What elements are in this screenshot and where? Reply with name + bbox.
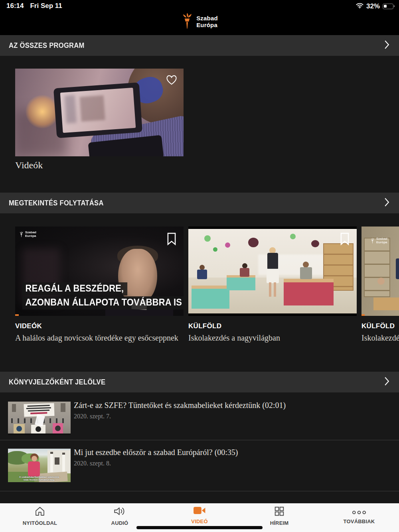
wifi-icon xyxy=(356,2,363,10)
program-card-title: Videók xyxy=(15,160,43,171)
battery-percent: 32% xyxy=(366,2,380,10)
playback-progress-bar xyxy=(361,314,365,316)
card-category: VIDEÓK xyxy=(15,322,42,330)
list-divider xyxy=(0,491,399,491)
card-title: Iskolakezdés a nagyvilágban xyxy=(188,333,357,343)
list-item-date: 2020. szept. 7. xyxy=(74,413,111,420)
brand-logo: Szabad Európa xyxy=(0,12,399,31)
list-item-title: Zárt-e az SZFE? Tüntetőket és szakmabeli… xyxy=(74,401,329,410)
list-thumbnail xyxy=(8,402,71,435)
home-indicator[interactable] xyxy=(136,526,263,529)
tab-label: TOVÁBBIAK xyxy=(344,518,375,524)
program-card-videos[interactable] xyxy=(15,69,184,156)
tab-label: AUDIÓ xyxy=(111,520,128,526)
card-category: KÜLFÖLD xyxy=(361,322,395,330)
torch-icon xyxy=(181,12,193,31)
continue-card-school-2[interactable]: SzabadEurópa KÜLFÖLD Iskolakezdés a nagy… xyxy=(361,227,399,346)
tab-tovabbiak[interactable]: TOVÁBBIAK xyxy=(319,503,399,532)
heart-icon[interactable] xyxy=(166,74,178,87)
home-icon xyxy=(34,506,45,518)
list-item-title: Mi jut eszedbe először a szabad Európáró… xyxy=(74,448,329,457)
video-thumbnail: SzabadEurópa REAGÁL A BESZÉDRE, AZONBAN … xyxy=(15,227,184,316)
clock: 16:14 xyxy=(6,2,24,10)
playback-progress-bar xyxy=(15,314,19,316)
brand-name-line2: Európa xyxy=(196,22,218,28)
thumbnail-watermark: SzabadEurópa xyxy=(370,237,387,244)
grid-icon xyxy=(274,506,284,518)
overlay-line1: REAGÁL A BESZÉDRE, xyxy=(22,282,127,296)
section-title: AZ ÖSSZES PROGRAM xyxy=(9,41,85,50)
tab-label: HÍREIM xyxy=(270,520,289,526)
brand-name-line1: Szabad xyxy=(196,15,218,22)
tab-label: NYITÓOLDAL xyxy=(23,520,57,526)
section-header-continue-watching[interactable]: MEGTEKINTÉS FOLYTATÁSA xyxy=(0,193,399,213)
list-item-date: 2020. szept. 8. xyxy=(74,460,111,467)
overlay-line2: AZONBAN ÁLLAPOTA TOVÁBBRA IS SÚLYOS xyxy=(22,296,184,309)
section-header-bookmarked[interactable]: KÖNYVJELZŐKÉNT JELÖLVE xyxy=(0,372,399,392)
card-title: A halálos adag novicsok töredéke egy eső… xyxy=(15,333,184,343)
list-thumbnail: A szabadság Európában számomra több fron… xyxy=(8,449,71,482)
list-divider xyxy=(0,440,399,440)
video-camera-icon xyxy=(193,506,206,516)
bookmark-icon[interactable] xyxy=(166,232,177,247)
thumbnail-caption-overlay: REAGÁL A BESZÉDRE, AZONBAN ÁLLAPOTA TOVÁ… xyxy=(22,282,184,309)
section-title: MEGTEKINTÉS FOLYTATÁSA xyxy=(9,199,104,207)
card-category: KÜLFÖLD xyxy=(188,322,221,330)
status-bar: 16:14 Fri Sep 11 32% xyxy=(0,2,399,12)
ellipsis-icon xyxy=(352,506,366,516)
chevron-right-icon xyxy=(384,376,389,388)
program-thumbnail xyxy=(15,69,184,156)
szabad-europa-app: 16:14 Fri Sep 11 32% xyxy=(0,0,399,532)
continue-card-navalny[interactable]: SzabadEurópa REAGÁL A BESZÉDRE, AZONBAN … xyxy=(15,227,184,346)
status-date: Fri Sep 11 xyxy=(30,2,62,10)
chevron-right-icon xyxy=(384,197,389,209)
battery-icon xyxy=(383,4,393,9)
continue-card-school[interactable]: KÜLFÖLD Iskolakezdés a nagyvilágban xyxy=(188,227,357,346)
tab-label: VIDEÓ xyxy=(191,518,207,524)
thumbnail-subtitle: A szabadság Európában számomra több fron… xyxy=(8,476,71,481)
card-title: Iskolakezdés a nagyvilágban xyxy=(361,333,399,343)
video-thumbnail xyxy=(188,227,357,316)
bookmarked-item-szfe[interactable]: Zárt-e az SZFE? Tüntetőket és szakmabeli… xyxy=(0,401,399,440)
bookmark-icon[interactable] xyxy=(339,232,350,247)
app-header: 16:14 Fri Sep 11 32% xyxy=(0,0,399,35)
thumbnail-watermark: SzabadEurópa xyxy=(19,231,36,238)
bookmarked-item-szabad-europa[interactable]: A szabadság Európában számomra több fron… xyxy=(0,448,399,488)
section-header-all-programs[interactable]: AZ ÖSSZES PROGRAM xyxy=(0,35,399,56)
tab-nyitooldal[interactable]: NYITÓOLDAL xyxy=(0,503,80,532)
chevron-right-icon xyxy=(384,40,389,51)
section-title: KÖNYVJELZŐKÉNT JELÖLVE xyxy=(9,378,105,386)
speaker-icon xyxy=(113,506,126,518)
video-thumbnail: SzabadEurópa xyxy=(361,227,399,316)
